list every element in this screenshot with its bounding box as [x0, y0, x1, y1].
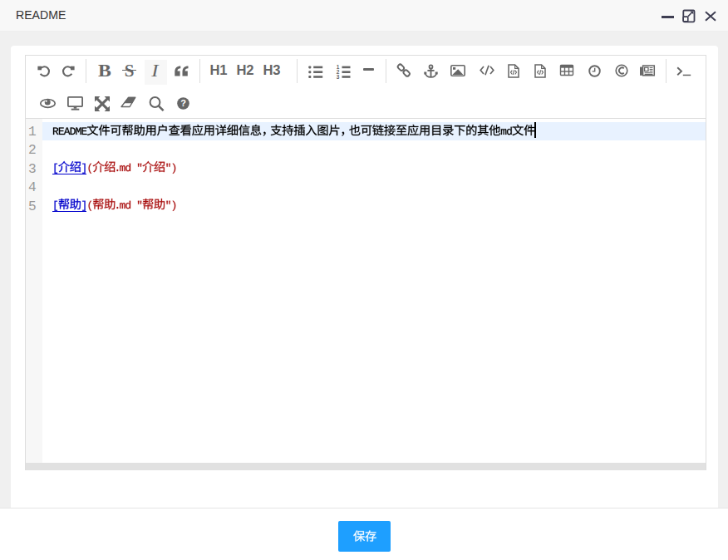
svg-text:3: 3: [336, 74, 339, 80]
svg-text:?: ?: [180, 98, 186, 108]
